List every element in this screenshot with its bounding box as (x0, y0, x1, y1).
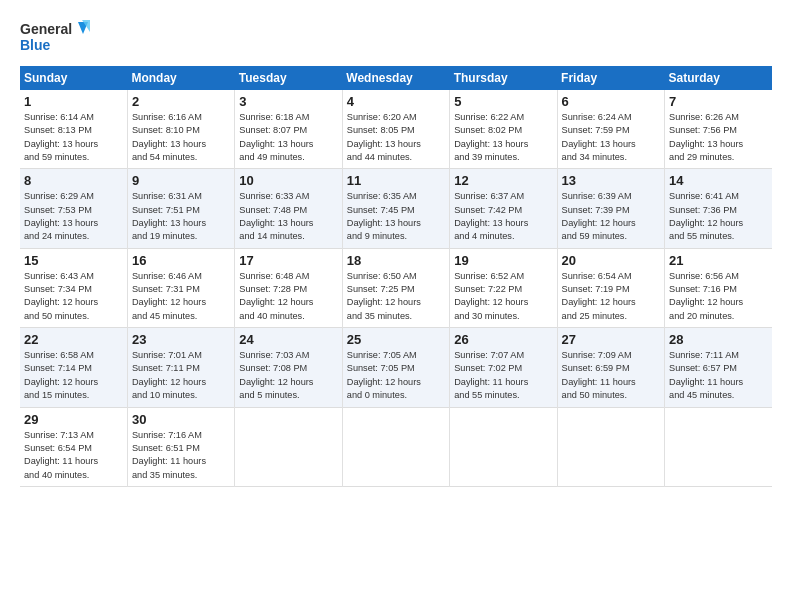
calendar-cell: 18Sunrise: 6:50 AMSunset: 7:25 PMDayligh… (342, 248, 449, 327)
calendar-cell: 6Sunrise: 6:24 AMSunset: 7:59 PMDaylight… (557, 90, 664, 169)
calendar-cell: 21Sunrise: 6:56 AMSunset: 7:16 PMDayligh… (665, 248, 772, 327)
day-detail: Sunrise: 6:50 AMSunset: 7:25 PMDaylight:… (347, 270, 445, 323)
day-number: 10 (239, 173, 337, 188)
day-number: 13 (562, 173, 660, 188)
day-detail: Sunrise: 6:16 AMSunset: 8:10 PMDaylight:… (132, 111, 230, 164)
calendar-cell: 3Sunrise: 6:18 AMSunset: 8:07 PMDaylight… (235, 90, 342, 169)
day-detail: Sunrise: 6:43 AMSunset: 7:34 PMDaylight:… (24, 270, 123, 323)
day-detail: Sunrise: 7:16 AMSunset: 6:51 PMDaylight:… (132, 429, 230, 482)
day-detail: Sunrise: 6:18 AMSunset: 8:07 PMDaylight:… (239, 111, 337, 164)
day-number: 28 (669, 332, 768, 347)
calendar-cell (450, 407, 557, 486)
day-detail: Sunrise: 6:24 AMSunset: 7:59 PMDaylight:… (562, 111, 660, 164)
day-number: 22 (24, 332, 123, 347)
calendar-cell: 29Sunrise: 7:13 AMSunset: 6:54 PMDayligh… (20, 407, 127, 486)
day-number: 2 (132, 94, 230, 109)
weekday-header: Sunday (20, 66, 127, 90)
page: General Blue SundayMondayTuesdayWednesda… (0, 0, 792, 497)
day-number: 21 (669, 253, 768, 268)
day-number: 24 (239, 332, 337, 347)
day-detail: Sunrise: 7:03 AMSunset: 7:08 PMDaylight:… (239, 349, 337, 402)
calendar-cell: 8Sunrise: 6:29 AMSunset: 7:53 PMDaylight… (20, 169, 127, 248)
day-detail: Sunrise: 6:20 AMSunset: 8:05 PMDaylight:… (347, 111, 445, 164)
day-number: 25 (347, 332, 445, 347)
day-detail: Sunrise: 7:11 AMSunset: 6:57 PMDaylight:… (669, 349, 768, 402)
day-detail: Sunrise: 7:13 AMSunset: 6:54 PMDaylight:… (24, 429, 123, 482)
calendar-cell: 17Sunrise: 6:48 AMSunset: 7:28 PMDayligh… (235, 248, 342, 327)
day-detail: Sunrise: 6:54 AMSunset: 7:19 PMDaylight:… (562, 270, 660, 323)
day-detail: Sunrise: 6:35 AMSunset: 7:45 PMDaylight:… (347, 190, 445, 243)
logo: General Blue (20, 18, 90, 56)
day-number: 1 (24, 94, 123, 109)
day-number: 23 (132, 332, 230, 347)
day-number: 7 (669, 94, 768, 109)
day-detail: Sunrise: 6:31 AMSunset: 7:51 PMDaylight:… (132, 190, 230, 243)
calendar-cell (342, 407, 449, 486)
day-detail: Sunrise: 6:48 AMSunset: 7:28 PMDaylight:… (239, 270, 337, 323)
calendar-cell: 24Sunrise: 7:03 AMSunset: 7:08 PMDayligh… (235, 328, 342, 407)
calendar-cell: 22Sunrise: 6:58 AMSunset: 7:14 PMDayligh… (20, 328, 127, 407)
day-number: 9 (132, 173, 230, 188)
header: General Blue (20, 18, 772, 56)
day-detail: Sunrise: 6:46 AMSunset: 7:31 PMDaylight:… (132, 270, 230, 323)
weekday-header: Monday (127, 66, 234, 90)
calendar-week-row: 22Sunrise: 6:58 AMSunset: 7:14 PMDayligh… (20, 328, 772, 407)
day-number: 12 (454, 173, 552, 188)
calendar-cell: 9Sunrise: 6:31 AMSunset: 7:51 PMDaylight… (127, 169, 234, 248)
day-detail: Sunrise: 6:52 AMSunset: 7:22 PMDaylight:… (454, 270, 552, 323)
day-detail: Sunrise: 6:39 AMSunset: 7:39 PMDaylight:… (562, 190, 660, 243)
calendar-cell: 4Sunrise: 6:20 AMSunset: 8:05 PMDaylight… (342, 90, 449, 169)
day-detail: Sunrise: 6:26 AMSunset: 7:56 PMDaylight:… (669, 111, 768, 164)
calendar-cell: 7Sunrise: 6:26 AMSunset: 7:56 PMDaylight… (665, 90, 772, 169)
weekday-header: Wednesday (342, 66, 449, 90)
weekday-header: Thursday (450, 66, 557, 90)
calendar-table: SundayMondayTuesdayWednesdayThursdayFrid… (20, 66, 772, 487)
day-number: 11 (347, 173, 445, 188)
calendar-cell: 19Sunrise: 6:52 AMSunset: 7:22 PMDayligh… (450, 248, 557, 327)
calendar-cell: 10Sunrise: 6:33 AMSunset: 7:48 PMDayligh… (235, 169, 342, 248)
day-detail: Sunrise: 6:22 AMSunset: 8:02 PMDaylight:… (454, 111, 552, 164)
day-detail: Sunrise: 6:14 AMSunset: 8:13 PMDaylight:… (24, 111, 123, 164)
calendar-week-row: 29Sunrise: 7:13 AMSunset: 6:54 PMDayligh… (20, 407, 772, 486)
calendar-cell: 15Sunrise: 6:43 AMSunset: 7:34 PMDayligh… (20, 248, 127, 327)
day-number: 14 (669, 173, 768, 188)
day-detail: Sunrise: 6:56 AMSunset: 7:16 PMDaylight:… (669, 270, 768, 323)
day-detail: Sunrise: 6:33 AMSunset: 7:48 PMDaylight:… (239, 190, 337, 243)
calendar-cell: 28Sunrise: 7:11 AMSunset: 6:57 PMDayligh… (665, 328, 772, 407)
svg-text:Blue: Blue (20, 37, 51, 53)
calendar-week-row: 8Sunrise: 6:29 AMSunset: 7:53 PMDaylight… (20, 169, 772, 248)
day-number: 15 (24, 253, 123, 268)
day-detail: Sunrise: 7:01 AMSunset: 7:11 PMDaylight:… (132, 349, 230, 402)
day-number: 19 (454, 253, 552, 268)
calendar-cell: 14Sunrise: 6:41 AMSunset: 7:36 PMDayligh… (665, 169, 772, 248)
day-detail: Sunrise: 7:07 AMSunset: 7:02 PMDaylight:… (454, 349, 552, 402)
day-number: 8 (24, 173, 123, 188)
calendar-cell: 5Sunrise: 6:22 AMSunset: 8:02 PMDaylight… (450, 90, 557, 169)
calendar-cell (235, 407, 342, 486)
calendar-cell: 11Sunrise: 6:35 AMSunset: 7:45 PMDayligh… (342, 169, 449, 248)
calendar-week-row: 15Sunrise: 6:43 AMSunset: 7:34 PMDayligh… (20, 248, 772, 327)
day-detail: Sunrise: 7:09 AMSunset: 6:59 PMDaylight:… (562, 349, 660, 402)
day-number: 30 (132, 412, 230, 427)
day-detail: Sunrise: 6:41 AMSunset: 7:36 PMDaylight:… (669, 190, 768, 243)
calendar-cell: 20Sunrise: 6:54 AMSunset: 7:19 PMDayligh… (557, 248, 664, 327)
calendar-cell (665, 407, 772, 486)
day-number: 16 (132, 253, 230, 268)
day-number: 17 (239, 253, 337, 268)
day-number: 20 (562, 253, 660, 268)
calendar-cell: 2Sunrise: 6:16 AMSunset: 8:10 PMDaylight… (127, 90, 234, 169)
day-detail: Sunrise: 6:29 AMSunset: 7:53 PMDaylight:… (24, 190, 123, 243)
calendar-cell: 27Sunrise: 7:09 AMSunset: 6:59 PMDayligh… (557, 328, 664, 407)
logo-svg: General Blue (20, 18, 90, 56)
day-detail: Sunrise: 6:37 AMSunset: 7:42 PMDaylight:… (454, 190, 552, 243)
calendar-cell: 23Sunrise: 7:01 AMSunset: 7:11 PMDayligh… (127, 328, 234, 407)
calendar-cell: 25Sunrise: 7:05 AMSunset: 7:05 PMDayligh… (342, 328, 449, 407)
calendar-cell: 12Sunrise: 6:37 AMSunset: 7:42 PMDayligh… (450, 169, 557, 248)
day-number: 27 (562, 332, 660, 347)
day-number: 4 (347, 94, 445, 109)
calendar-cell (557, 407, 664, 486)
calendar-cell: 26Sunrise: 7:07 AMSunset: 7:02 PMDayligh… (450, 328, 557, 407)
weekday-header: Tuesday (235, 66, 342, 90)
calendar-cell: 16Sunrise: 6:46 AMSunset: 7:31 PMDayligh… (127, 248, 234, 327)
calendar-cell: 1Sunrise: 6:14 AMSunset: 8:13 PMDaylight… (20, 90, 127, 169)
